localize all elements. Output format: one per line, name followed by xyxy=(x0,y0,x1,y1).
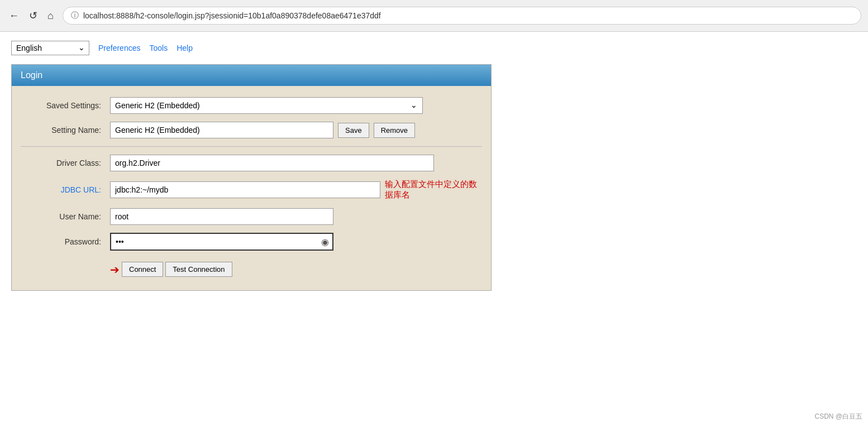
user-name-label: User Name: xyxy=(21,212,110,221)
saved-settings-label: Saved Settings: xyxy=(21,101,110,110)
jdbc-annotation: 输入配置文件中定义的数据库名 xyxy=(385,179,482,200)
driver-class-input[interactable] xyxy=(110,155,434,171)
user-name-input[interactable] xyxy=(110,208,333,225)
saved-settings-select[interactable]: Generic H2 (Embedded) Generic H2 (Server… xyxy=(110,97,423,114)
page-content: English Chinese German French Japanese P… xyxy=(0,32,868,300)
user-name-row: User Name: xyxy=(21,208,482,225)
connect-row: ➔ Connect Test Connection xyxy=(21,262,482,277)
setting-name-row: Setting Name: Save Remove xyxy=(21,122,482,138)
top-nav: English Chinese German French Japanese P… xyxy=(11,41,857,55)
connect-button[interactable]: Connect xyxy=(122,262,163,277)
saved-settings-wrapper: Generic H2 (Embedded) Generic H2 (Server… xyxy=(110,97,423,114)
eye-icon[interactable]: ◉ xyxy=(321,237,329,247)
tools-link[interactable]: Tools xyxy=(149,44,168,52)
home-button[interactable]: ⌂ xyxy=(45,8,56,24)
login-panel: Login Saved Settings: Generic H2 (Embedd… xyxy=(11,64,492,291)
remove-button[interactable]: Remove xyxy=(374,123,415,138)
setting-name-input-row: Save Remove xyxy=(110,122,415,138)
jdbc-url-container: 输入配置文件中定义的数据库名 xyxy=(110,179,482,200)
login-body: Saved Settings: Generic H2 (Embedded) Ge… xyxy=(12,86,491,290)
help-link[interactable]: Help xyxy=(177,44,193,52)
password-label: Password: xyxy=(21,237,110,246)
preferences-link[interactable]: Preferences xyxy=(98,44,140,52)
browser-chrome: ← ↺ ⌂ ⓘ xyxy=(0,0,868,32)
jdbc-url-row: JDBC URL: 输入配置文件中定义的数据库名 xyxy=(21,179,482,200)
save-button[interactable]: Save xyxy=(338,123,369,138)
info-icon: ⓘ xyxy=(71,11,79,21)
divider xyxy=(21,146,482,147)
jdbc-url-input[interactable] xyxy=(110,181,380,198)
jdbc-url-label: JDBC URL: xyxy=(21,185,110,194)
password-row: Password: ◉ xyxy=(21,233,482,251)
test-connection-button[interactable]: Test Connection xyxy=(165,262,232,277)
password-input[interactable] xyxy=(110,233,333,251)
arrow-icon: ➔ xyxy=(110,263,120,276)
language-select[interactable]: English Chinese German French Japanese xyxy=(11,41,89,55)
login-title: Login xyxy=(21,70,42,80)
language-select-wrapper: English Chinese German French Japanese xyxy=(11,41,89,55)
driver-class-label: Driver Class: xyxy=(21,159,110,167)
password-wrapper: ◉ xyxy=(110,233,333,251)
back-button[interactable]: ← xyxy=(7,8,21,24)
url-input[interactable] xyxy=(83,11,853,20)
setting-name-input[interactable] xyxy=(110,122,333,138)
refresh-button[interactable]: ↺ xyxy=(27,7,40,24)
login-header: Login xyxy=(12,65,491,86)
browser-toolbar: ← ↺ ⌂ ⓘ xyxy=(0,0,868,31)
setting-name-label: Setting Name: xyxy=(21,126,110,135)
browser-address-bar: ⓘ xyxy=(63,7,861,25)
saved-settings-row: Saved Settings: Generic H2 (Embedded) Ge… xyxy=(21,97,482,114)
browser-nav-buttons: ← ↺ ⌂ xyxy=(7,7,56,24)
driver-class-row: Driver Class: xyxy=(21,155,482,171)
